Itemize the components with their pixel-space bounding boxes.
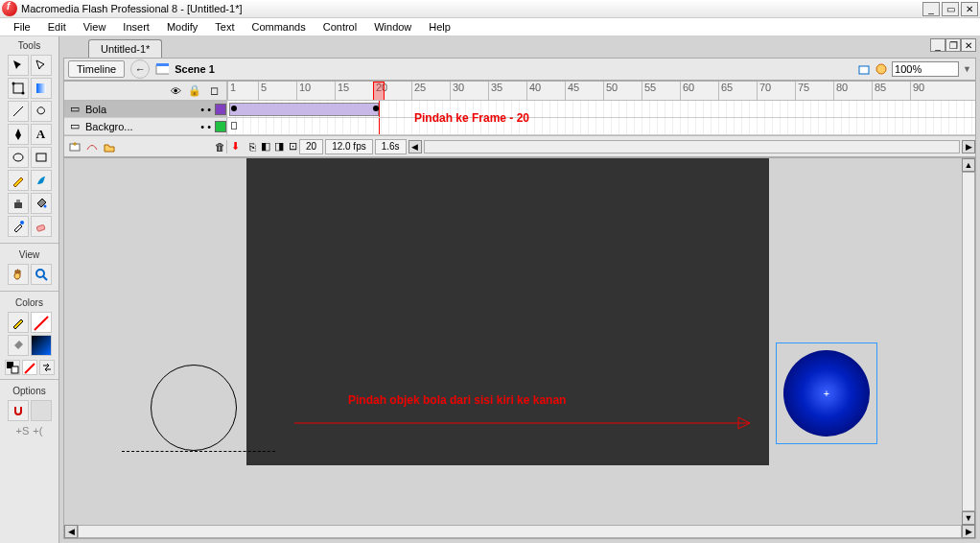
selection-tool[interactable] (8, 55, 29, 76)
doc-restore[interactable]: ❐ (945, 38, 961, 52)
close-button[interactable]: ✕ (961, 2, 978, 16)
add-folder-icon[interactable] (103, 140, 116, 153)
ball-object[interactable] (783, 350, 870, 437)
add-layer-icon[interactable] (68, 140, 82, 153)
timeline-button[interactable]: Timeline (68, 60, 125, 78)
frame-track-bg[interactable] (227, 118, 975, 134)
layer-bola[interactable]: ▭ Bola • • (64, 101, 227, 117)
layer-icon: ▭ (68, 120, 82, 133)
center-frame-icon[interactable]: ⎘ (245, 140, 259, 153)
stroke-swatch[interactable] (31, 312, 52, 333)
hand-tool[interactable] (8, 264, 29, 285)
document-tab[interactable]: Untitled-1* (88, 39, 162, 58)
gradient-transform-tool[interactable] (31, 78, 52, 99)
pen-tool[interactable] (8, 124, 29, 145)
doc-close[interactable]: ✕ (961, 38, 976, 52)
text-tool[interactable]: A (31, 124, 52, 145)
lasso-tool[interactable] (31, 101, 52, 122)
guide-line (122, 451, 275, 452)
tween-span[interactable] (229, 103, 379, 116)
doc-minimize[interactable]: _ (930, 38, 945, 52)
menu-text[interactable]: Text (207, 19, 242, 35)
zoom-tool[interactable] (31, 264, 52, 285)
zoom-select[interactable] (892, 61, 959, 77)
subselection-tool[interactable] (31, 55, 52, 76)
rectangle-tool[interactable] (31, 147, 52, 168)
add-motion-guide-icon[interactable] (85, 140, 99, 153)
vertical-scrollbar[interactable]: ▲▼ (962, 158, 975, 525)
straighten-icon[interactable]: +S (16, 425, 30, 437)
keyframe-1[interactable] (231, 106, 237, 111)
horizontal-scrollbar[interactable]: ◀▶ (64, 525, 975, 538)
annotation-move: Pindah objek bola dari sisi kiri ke kana… (348, 393, 566, 407)
frame-track-bola[interactable] (227, 101, 975, 117)
menu-insert[interactable]: Insert (115, 19, 157, 35)
layer-color-1[interactable] (215, 121, 226, 132)
menu-help[interactable]: Help (421, 19, 458, 35)
titlebar: Macromedia Flash Professional 8 - [Untit… (0, 0, 980, 18)
edit-multi-icon[interactable]: ⊡ (286, 140, 299, 153)
line-tool[interactable] (8, 101, 29, 122)
frames-ruler[interactable]: 151015202530354045505560657075808590 (227, 82, 975, 100)
layer-background[interactable]: ▭ Backgro... • • (64, 118, 227, 134)
paint-bucket-tool[interactable] (31, 193, 52, 214)
fill-swatch[interactable] (31, 335, 52, 356)
annotation-frame: Pindah ke Frame - 20 (414, 111, 529, 125)
scroll-right[interactable]: ▶ (962, 140, 975, 153)
keyframe-bg[interactable] (231, 122, 237, 130)
edit-scene-icon[interactable] (857, 62, 871, 76)
timeline-scrollbar[interactable] (424, 140, 960, 153)
default-colors[interactable] (5, 360, 20, 375)
back-icon[interactable]: ← (130, 59, 150, 79)
scene-bar: Timeline ← Scene 1 ▼ (63, 58, 976, 81)
delete-layer-icon[interactable]: 🗑 (213, 140, 226, 153)
eyedropper-tool[interactable] (8, 216, 29, 237)
brush-tool[interactable] (31, 170, 52, 191)
view-header: View (0, 248, 58, 262)
menu-edit[interactable]: Edit (40, 19, 74, 35)
svg-point-9 (43, 205, 46, 208)
svg-point-10 (20, 221, 24, 224)
minimize-button[interactable]: _ (922, 2, 940, 16)
menu-file[interactable]: File (6, 19, 38, 35)
no-color[interactable] (22, 360, 37, 375)
layer-color-0[interactable] (215, 104, 226, 115)
ink-bottle-tool[interactable] (8, 193, 29, 214)
menu-control[interactable]: Control (315, 19, 364, 35)
menu-commands[interactable]: Commands (244, 19, 313, 35)
svg-rect-7 (14, 202, 22, 208)
snap-option[interactable] (8, 400, 29, 421)
scroll-left[interactable]: ◀ (408, 140, 422, 153)
fill-color[interactable] (8, 335, 29, 356)
eraser-tool[interactable] (31, 216, 52, 237)
layer-icon: ▭ (68, 103, 82, 116)
tools-panel: Tools A View Colors (0, 36, 59, 543)
svg-rect-11 (35, 224, 44, 231)
menu-view[interactable]: View (76, 19, 114, 35)
free-transform-tool[interactable] (8, 78, 29, 99)
menu-modify[interactable]: Modify (159, 19, 205, 35)
swap-colors[interactable] (39, 360, 55, 375)
ball-outline-left[interactable] (151, 365, 237, 451)
stroke-color[interactable] (8, 312, 29, 333)
lock-icon[interactable]: 🔒 (188, 84, 201, 98)
outline-icon[interactable]: ◻ (207, 84, 221, 98)
pencil-tool[interactable] (8, 170, 29, 191)
eye-icon[interactable]: 👁 (169, 84, 182, 98)
menu-window[interactable]: Window (366, 19, 419, 35)
smooth-option[interactable] (31, 400, 52, 421)
playhead[interactable] (373, 82, 385, 100)
svg-rect-0 (13, 83, 23, 93)
scene-name[interactable]: Scene 1 (175, 63, 215, 75)
stage-area[interactable]: Pindah objek bola dari sisi kiri ke kana… (63, 157, 976, 539)
layer-header: 👁 🔒 ◻ (64, 82, 227, 100)
onion-skin-icon[interactable]: ◧ (259, 140, 272, 153)
onion-outline-icon[interactable]: ◨ (272, 140, 286, 153)
arrow-icon (294, 413, 764, 433)
menubar: File Edit View Insert Modify Text Comman… (0, 18, 980, 36)
svg-rect-18 (859, 66, 869, 74)
maximize-button[interactable]: ▭ (942, 2, 959, 16)
edit-symbol-icon[interactable] (875, 62, 888, 76)
smooth-icon[interactable]: +( (33, 425, 42, 437)
oval-tool[interactable] (8, 147, 29, 168)
